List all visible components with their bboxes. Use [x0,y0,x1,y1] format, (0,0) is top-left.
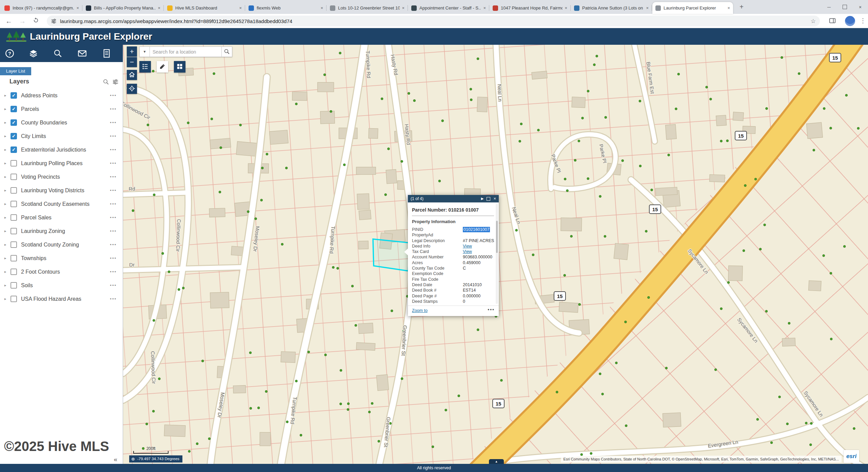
layer-checkbox[interactable]: ✓ [11,133,17,139]
layer-options-menu[interactable]: ••• [110,197,117,211]
expand-arrow-icon[interactable]: ▸ [4,297,6,301]
layer-options-menu[interactable]: ••• [110,143,117,157]
zoom-in-button[interactable]: + [127,46,137,57]
refresh-button[interactable] [31,16,41,26]
expand-arrow-icon[interactable]: ▸ [4,107,6,111]
layer-options-menu[interactable]: ••• [110,292,117,306]
layer-label[interactable]: Scotland County Zoning [21,238,79,252]
expand-arrow-icon[interactable]: ▸ [4,175,6,179]
layer-list-tab[interactable]: Layer List [0,67,31,75]
layer-label[interactable]: Soils [21,279,33,292]
popup-close-icon[interactable]: × [493,195,496,202]
tab-close-icon[interactable]: × [239,5,242,11]
tab-close-icon[interactable]: × [402,5,405,11]
browser-tab[interactable]: Laurinburg Parcel Explorer× [652,2,733,14]
search-submit-button[interactable] [222,46,232,57]
layer-options-menu[interactable]: ••• [110,238,117,252]
layer-options-menu[interactable]: ••• [110,279,117,292]
layer-options-menu[interactable]: ••• [110,265,117,279]
layer-checkbox[interactable] [11,174,17,180]
popup-scroll-thumb[interactable] [496,221,498,253]
layer-checkbox[interactable] [11,282,17,289]
tab-close-icon[interactable]: × [158,5,160,11]
popup-scrollbar[interactable] [496,204,498,304]
layer-label[interactable]: Townships [21,252,46,265]
layer-search-button[interactable] [103,79,110,85]
search-source-dropdown[interactable]: ▾ [139,46,150,57]
layer-checkbox[interactable] [11,228,17,234]
legend-button[interactable] [139,61,151,73]
draw-button[interactable] [157,61,168,73]
layer-checkbox[interactable]: ✓ [11,119,17,126]
bookmark-star-icon[interactable]: ☆ [811,18,816,25]
layer-checkbox[interactable]: ✓ [11,146,17,153]
expand-arrow-icon[interactable]: ▸ [4,202,6,206]
url-bar[interactable]: laurinburg.maps.arcgis.com/apps/webappvi… [47,16,820,26]
attribute-table-toggle[interactable]: ▲ [489,459,504,464]
layer-label[interactable]: USA Flood Hazard Areas [21,292,81,306]
expand-arrow-icon[interactable]: ▸ [4,283,6,288]
contact-widget-button[interactable] [78,49,87,58]
tab-close-icon[interactable]: × [646,5,649,11]
forward-button[interactable]: → [18,16,27,26]
browser-tab[interactable]: Hive MLS Dashboard× [164,2,245,14]
layer-label[interactable]: Laurinburg Zoning [21,224,65,238]
crosshair-icon[interactable]: ⊕ [131,455,135,463]
popup-next-icon[interactable]: ▶ [481,195,484,202]
site-info-icon[interactable] [51,18,57,24]
zoom-out-button[interactable]: − [127,57,137,67]
new-tab-button[interactable]: + [736,2,747,12]
expand-arrow-icon[interactable]: ▸ [4,188,6,193]
layer-filter-button[interactable] [112,79,119,85]
expand-arrow-icon[interactable]: ▸ [4,242,6,247]
search-widget-button[interactable] [53,49,62,58]
layer-options-menu[interactable]: ••• [110,224,117,238]
search-input[interactable] [150,46,222,57]
layer-label[interactable]: County Boundaries [21,116,67,130]
field-value-link[interactable]: View [463,249,472,254]
layer-checkbox[interactable] [11,296,17,302]
tab-close-icon[interactable]: × [565,5,567,11]
layer-label[interactable]: Scotland County Easements [21,197,90,211]
expand-arrow-icon[interactable]: ▸ [4,215,6,220]
window-maximize-button[interactable] [837,0,852,14]
layer-options-menu[interactable]: ••• [110,102,117,116]
field-value-link[interactable]: View [463,243,472,249]
expand-arrow-icon[interactable]: ▸ [4,93,6,98]
back-button[interactable]: ← [4,16,14,26]
basemap-gallery-button[interactable] [174,61,185,73]
layer-options-menu[interactable]: ••• [110,157,117,170]
tab-close-icon[interactable]: × [727,5,730,11]
browser-tab[interactable]: Appointment Center - Staff - S...× [408,2,489,14]
layer-label[interactable]: City Limits [21,130,46,143]
expand-arrow-icon[interactable]: ▸ [4,256,6,260]
popup-maximize-icon[interactable] [487,197,490,201]
layer-label[interactable]: Laurinburg Polling Places [21,157,82,170]
profile-avatar[interactable] [845,16,855,26]
tab-close-icon[interactable]: × [320,5,323,11]
tab-close-icon[interactable]: × [76,5,79,11]
expand-arrow-icon[interactable]: ▸ [4,120,6,125]
layer-options-menu[interactable]: ••• [110,116,117,130]
expand-arrow-icon[interactable]: ▸ [4,134,6,138]
layer-label[interactable]: 2 Foot Contours [21,265,60,279]
layers-widget-button[interactable] [29,49,38,58]
layer-checkbox[interactable] [11,269,17,275]
my-location-button[interactable] [127,84,137,94]
layer-checkbox[interactable] [11,214,17,221]
window-close-button[interactable]: × [852,0,868,14]
layer-checkbox[interactable] [11,201,17,207]
layer-label[interactable]: Laurinburg Voting Districts [21,184,84,197]
layer-label[interactable]: Address Points [21,89,58,102]
url-text[interactable]: laurinburg.maps.arcgis.com/apps/webappvi… [60,18,811,24]
popup-header[interactable]: (1 of 4) ▶ × [408,195,499,202]
expand-arrow-icon[interactable]: ▸ [4,270,6,274]
browser-tab[interactable]: 1047 Pleasant Hope Rd, Fairmo...× [490,2,570,14]
browser-tab[interactable]: Inbox (97) - randymccalljr@gm...× [1,2,82,14]
layer-label[interactable]: Extraterritorial Jurisdictions [21,143,86,157]
layer-checkbox[interactable] [11,255,17,261]
sidebar-collapse-button[interactable]: « [114,456,117,463]
layer-label[interactable]: Parcel Sales [21,211,52,224]
browser-tab[interactable]: Bills - AppFolio Property Mana...× [83,2,163,14]
layer-options-menu[interactable]: ••• [110,184,117,197]
